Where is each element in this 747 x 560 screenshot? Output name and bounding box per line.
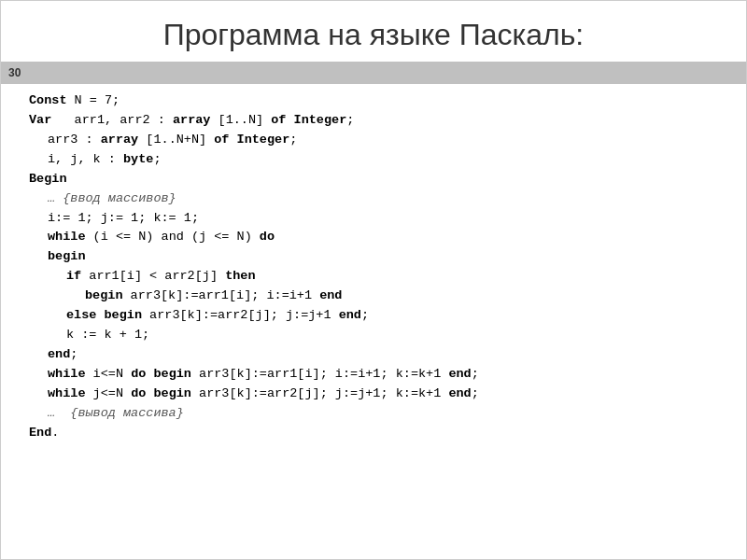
code-line: Const N = 7; <box>29 91 718 111</box>
slide-number-bar: 30 <box>1 62 746 84</box>
code-line: begin arr3[k]:=arr1[i]; i:=i+1 end <box>29 287 718 306</box>
code-line: Begin <box>29 170 718 189</box>
code-line: begin <box>29 247 718 267</box>
code-line: if arr1[i] < arr2[j] then <box>29 267 718 287</box>
code-area: Const N = 7;Var arr1, arr2 : array [1..N… <box>1 84 746 451</box>
code-line: while j<=N do begin arr3[k]:=arr2[j]; j:… <box>29 385 718 404</box>
code-line: … {ввод массивов} <box>29 189 718 209</box>
code-line: while i<=N do begin arr3[k]:=arr1[i]; i:… <box>29 365 718 385</box>
code-line: end; <box>29 345 718 365</box>
slide: Программа на языке Паскаль: 30 Const N =… <box>0 0 747 560</box>
code-line: i:= 1; j:= 1; k:= 1; <box>29 209 718 229</box>
code-line: i, j, k : byte; <box>29 150 718 170</box>
code-line: k := k + 1; <box>29 326 718 345</box>
code-line: … {вывод массива} <box>29 404 718 424</box>
code-line: while (i <= N) and (j <= N) do <box>29 228 718 247</box>
code-line: End. <box>29 424 718 443</box>
slide-number: 30 <box>8 66 21 79</box>
code-line: Var arr1, arr2 : array [1..N] of Integer… <box>29 111 718 131</box>
code-line: else begin arr3[k]:=arr2[j]; j:=j+1 end; <box>29 306 718 326</box>
code-line: arr3 : array [1..N+N] of Integer; <box>29 131 718 150</box>
slide-title: Программа на языке Паскаль: <box>1 1 746 62</box>
